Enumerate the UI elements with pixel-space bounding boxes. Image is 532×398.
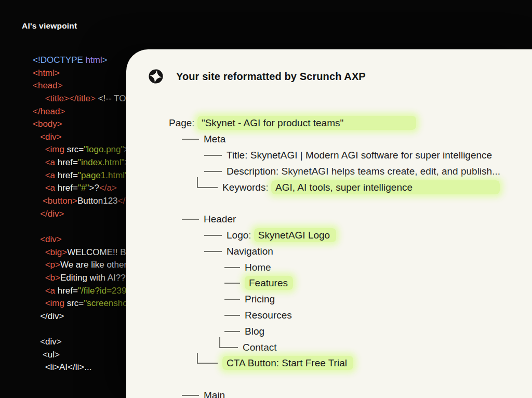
tree-connector	[204, 235, 222, 236]
tree-label: Page: "Skynet - AGI for product teams"	[169, 117, 416, 129]
code-token: <p>	[45, 260, 60, 270]
code-token	[33, 170, 45, 180]
tree-label: CTA Button: Start Free Trial	[222, 357, 353, 369]
code-token: <a	[45, 170, 55, 180]
code-token: href=	[55, 170, 78, 180]
code-token	[33, 298, 45, 308]
tree-connector	[224, 299, 240, 300]
code-token: src=	[64, 298, 84, 308]
tree-connector	[224, 331, 240, 332]
tree-connector	[224, 315, 240, 316]
tree-connector	[204, 251, 222, 252]
tree-connector	[224, 267, 240, 268]
code-token: <b>	[45, 273, 60, 283]
tree-label: Header	[204, 214, 236, 225]
reformatted-panel: Your site reformatted by Scrunch AXP Pag…	[126, 49, 532, 398]
code-token: >?	[89, 183, 99, 193]
code-token: <img	[45, 144, 64, 154]
code-token: </div>	[40, 311, 64, 321]
code-token: href=	[55, 286, 78, 296]
tree-connector	[197, 363, 218, 364]
tree-label: Pricing	[245, 294, 275, 305]
tree-row: Features	[169, 275, 532, 291]
code-token: <head>	[33, 81, 63, 90]
tree-connector	[182, 395, 199, 396]
code-token	[33, 209, 40, 219]
code-token: <a	[45, 286, 55, 296]
code-token: Editing with AI???	[60, 273, 133, 283]
site-structure-tree: Page: "Skynet - AGI for product teams"Me…	[169, 115, 532, 398]
code-token: <div>	[40, 337, 62, 347]
tree-connector	[204, 171, 222, 172]
code-token: href=	[55, 183, 78, 193]
tree-row: Navigation	[169, 243, 532, 259]
scrunch-spark-icon	[147, 68, 165, 86]
code-token: src=	[64, 144, 84, 154]
tree-row: CTA Button: Start Free Trial	[169, 355, 532, 372]
tree-row: Home	[169, 259, 532, 275]
tree-row: Logo: SkynetAGI Logo	[169, 228, 532, 244]
code-token: </div>	[40, 209, 64, 219]
code-token	[33, 337, 40, 347]
code-token: <button>	[43, 196, 77, 206]
code-token: <body>	[33, 119, 62, 129]
tree-spacer	[169, 195, 532, 211]
tree-row: Title: SkynetAGI | Modern AGI software f…	[169, 148, 532, 164]
tree-row: Description: SkynetAGI helps teams creat…	[169, 163, 532, 179]
panel-title: Your site reformatted by Scrunch AXP	[176, 71, 366, 83]
highlighted-text: AGI, AI tools, super intelligence	[271, 180, 500, 194]
code-token: <title></title>	[45, 94, 96, 103]
tree-label: Navigation	[227, 246, 273, 257]
code-token	[33, 350, 43, 360]
tree-connector	[204, 155, 222, 156]
tree-label: Home	[245, 262, 271, 273]
tree-row: Contact	[169, 339, 532, 355]
code-token: <div>	[40, 234, 62, 244]
tree-row: Keywords: AGI, AI tools, super intellige…	[169, 179, 532, 195]
tree-label: Main	[204, 390, 225, 398]
tree-label: Meta	[204, 134, 225, 145]
code-token	[33, 234, 40, 244]
code-token: "page1.html"	[78, 170, 128, 180]
tree-label: Description: SkynetAGI helps teams creat…	[227, 166, 500, 177]
code-token: <a	[45, 157, 55, 167]
code-token	[33, 311, 40, 321]
code-token: <div>	[40, 132, 62, 142]
tree-label: Title: SkynetAGI | Modern AGI software f…	[227, 150, 492, 161]
code-token: <img	[45, 298, 64, 308]
code-token	[33, 286, 45, 296]
code-token: html	[86, 55, 102, 65]
pane-title: AI's viewpoint	[22, 21, 77, 31]
highlighted-text: "Skynet - AGI for product teams"	[197, 116, 416, 130]
code-token	[33, 247, 45, 257]
code-token	[33, 273, 45, 283]
tree-label: Contact	[243, 342, 276, 353]
panel-header: Your site reformatted by Scrunch AXP	[126, 49, 532, 84]
tree-row: Page: "Skynet - AGI for product teams"	[169, 115, 532, 131]
code-token: "#"	[78, 183, 89, 193]
highlighted-text: SkynetAGI Logo	[254, 228, 336, 242]
tree-label: Resources	[245, 310, 292, 321]
code-token: <!DOCTYPE	[33, 55, 86, 65]
tree-row: Meta	[169, 131, 532, 148]
code-token	[33, 144, 45, 154]
code-token: <a	[45, 183, 55, 193]
tree-label: Blog	[245, 326, 264, 337]
tree-connector	[182, 219, 199, 220]
tree-row: Blog	[169, 323, 532, 339]
highlighted-text: CTA Button: Start Free Trial	[222, 356, 353, 370]
tree-row: Resources	[169, 308, 532, 324]
code-token	[33, 196, 43, 206]
code-token: <big>	[45, 247, 68, 257]
highlighted-text: Features	[245, 276, 293, 290]
tree-label: Logo: SkynetAGI Logo	[227, 230, 336, 241]
tree-spacer	[169, 372, 532, 388]
code-token: </head>	[33, 107, 65, 116]
code-token	[33, 94, 45, 103]
tree-label: Features	[245, 277, 293, 289]
code-token: Button123	[77, 196, 118, 206]
code-token	[33, 260, 45, 270]
code-token: <html>	[33, 68, 60, 78]
code-token	[33, 132, 40, 142]
tree-connector	[182, 139, 199, 140]
